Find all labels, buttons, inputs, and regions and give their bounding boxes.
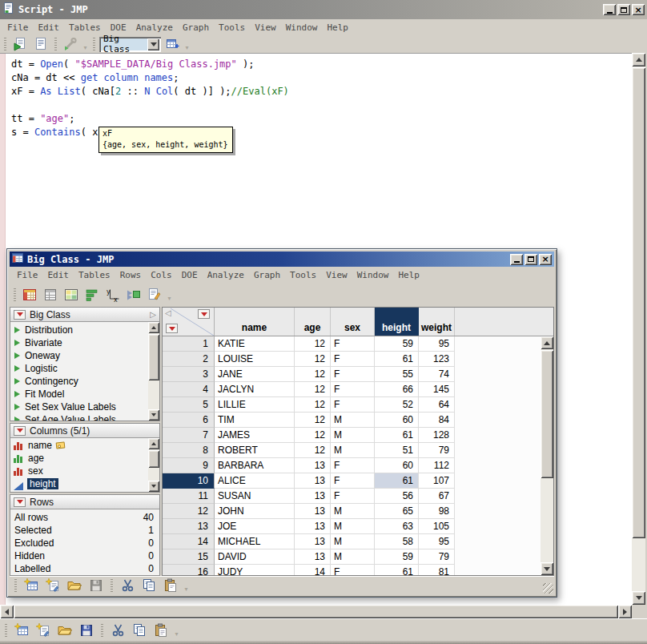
cell-weight[interactable]: 84 <box>419 413 455 428</box>
cell-sex[interactable]: M <box>331 443 375 458</box>
cell-name[interactable]: ROBERT <box>215 443 295 458</box>
cell-name[interactable]: KATIE <box>215 336 295 352</box>
cell-height[interactable]: 55 <box>375 367 419 382</box>
editor-horizontal-scrollbar[interactable] <box>0 605 632 618</box>
cell-age[interactable]: 12 <box>295 428 331 443</box>
cut-icon[interactable] <box>108 622 127 638</box>
menu-item-window[interactable]: Window <box>354 268 392 282</box>
menu-item-view[interactable]: View <box>251 21 279 34</box>
rows-stat-hidden[interactable]: Hidden0 <box>10 549 159 562</box>
row-number-cell[interactable]: 13 <box>163 519 215 534</box>
menu-item-window[interactable]: Window <box>283 21 321 34</box>
cell-age[interactable]: 12 <box>295 382 331 397</box>
row-number-cell[interactable]: 10 <box>163 473 215 489</box>
scroll-down-icon[interactable] <box>632 591 645 605</box>
cell-name[interactable]: JOHN <box>215 504 295 519</box>
cell-name[interactable]: LILLIE <box>215 397 295 413</box>
cell-sex[interactable]: F <box>331 382 375 397</box>
cut-icon[interactable] <box>118 578 137 594</box>
cell-age[interactable]: 12 <box>295 443 331 458</box>
cell-height[interactable]: 61 <box>375 473 419 489</box>
run-script-button[interactable] <box>10 36 30 53</box>
cell-age[interactable]: 12 <box>295 367 331 382</box>
cell-weight[interactable]: 79 <box>419 549 455 565</box>
cell-sex[interactable]: F <box>331 565 375 575</box>
cell-age[interactable]: 12 <box>295 397 331 413</box>
code-line[interactable]: dt = Open( "$SAMPLE_DATA/Big Class.jmp" … <box>11 58 289 71</box>
cell-height[interactable]: 59 <box>375 549 419 565</box>
cell-name[interactable]: DAVID <box>215 549 295 565</box>
menu-item-tables[interactable]: Tables <box>75 268 114 282</box>
cell-sex[interactable]: M <box>331 549 375 565</box>
cell-sex[interactable]: M <box>331 534 375 549</box>
close-icon[interactable]: × <box>632 4 645 15</box>
rows-stat-labelled[interactable]: Labelled0 <box>10 562 159 575</box>
column-item-age[interactable]: age <box>10 452 159 465</box>
menu-item-analyze[interactable]: Analyze <box>133 21 176 34</box>
cell-weight[interactable]: 67 <box>419 489 455 504</box>
cell-height[interactable]: 61 <box>375 565 419 575</box>
columns-marker-icon[interactable]: ◁ <box>165 308 171 317</box>
toolbar-overflow-icon[interactable]: ▾ <box>183 37 191 51</box>
cell-age[interactable]: 12 <box>295 352 331 367</box>
graph-axes-icon[interactable]: yx <box>103 287 123 304</box>
cell-age[interactable]: 14 <box>295 565 331 575</box>
cell-height[interactable]: 58 <box>375 534 419 549</box>
cell-height[interactable]: 61 <box>375 428 419 443</box>
menu-item-edit[interactable]: Edit <box>35 21 63 34</box>
cell-age[interactable]: 12 <box>295 336 331 352</box>
combo-dropdown-icon[interactable] <box>147 38 159 50</box>
cell-weight[interactable]: 112 <box>419 458 455 473</box>
cell-weight[interactable]: 98 <box>419 504 455 519</box>
table-script-item-bivariate[interactable]: Bivariate <box>10 336 159 349</box>
scroll-down-icon[interactable] <box>148 481 159 492</box>
column-header-sex[interactable]: sex <box>331 308 375 336</box>
copy-icon[interactable] <box>139 578 159 594</box>
chart-bars-icon[interactable] <box>82 287 102 304</box>
columns-menu-red-triangle-icon[interactable] <box>198 309 210 319</box>
cell-age[interactable]: 13 <box>295 489 331 504</box>
row-number-cell[interactable]: 5 <box>163 397 215 413</box>
cell-name[interactable]: JOE <box>215 519 295 534</box>
menu-item-analyze[interactable]: Analyze <box>204 268 247 282</box>
column-item-name[interactable]: name <box>10 439 159 452</box>
cell-sex[interactable]: M <box>331 428 375 443</box>
scroll-up-icon[interactable] <box>632 53 645 66</box>
table-script-item-logistic[interactable]: Logistic <box>10 362 159 375</box>
column-item-sex[interactable]: sex <box>10 465 159 477</box>
import-to-table-icon[interactable] <box>124 287 143 304</box>
toolbar-grip[interactable] <box>54 38 57 50</box>
scroll-left-icon[interactable] <box>0 605 14 618</box>
red-triangle-icon[interactable] <box>14 310 26 320</box>
row-number-cell[interactable]: 3 <box>163 367 215 382</box>
cell-weight[interactable]: 128 <box>419 428 455 443</box>
minimize-icon[interactable] <box>510 254 523 265</box>
menu-item-rows[interactable]: Rows <box>117 268 145 282</box>
scrollbar-thumb[interactable] <box>148 450 159 468</box>
cell-weight[interactable]: 64 <box>419 397 455 413</box>
new-script-file-icon[interactable] <box>43 578 62 594</box>
cell-sex[interactable]: F <box>331 458 375 473</box>
row-number-cell[interactable]: 1 <box>163 336 215 352</box>
table-script-item-contingency[interactable]: Contingency <box>10 375 159 388</box>
rows-menu-red-triangle-icon[interactable] <box>166 324 178 333</box>
cell-weight[interactable]: 74 <box>419 367 455 382</box>
row-number-cell[interactable]: 14 <box>163 534 215 549</box>
menu-item-edit[interactable]: Edit <box>45 268 73 282</box>
maximize-icon[interactable] <box>524 254 537 265</box>
row-number-cell[interactable]: 6 <box>163 413 215 428</box>
minimize-icon[interactable] <box>603 4 616 15</box>
new-data-view-button[interactable] <box>163 36 182 53</box>
save-file-icon[interactable] <box>77 622 96 638</box>
red-triangle-icon[interactable] <box>14 497 26 507</box>
row-number-cell[interactable]: 12 <box>163 504 215 519</box>
cell-height[interactable]: 61 <box>375 352 419 367</box>
row-number-cell[interactable]: 2 <box>163 352 215 367</box>
cell-name[interactable]: SUSAN <box>215 489 295 504</box>
menu-item-help[interactable]: Help <box>324 21 352 34</box>
cell-weight[interactable]: 95 <box>419 534 455 549</box>
scroll-up-icon[interactable] <box>541 336 553 349</box>
cell-sex[interactable]: F <box>331 489 375 504</box>
table-script-item-oneway[interactable]: Oneway <box>10 349 159 362</box>
rows-stat-all-rows[interactable]: All rows40 <box>10 511 159 524</box>
